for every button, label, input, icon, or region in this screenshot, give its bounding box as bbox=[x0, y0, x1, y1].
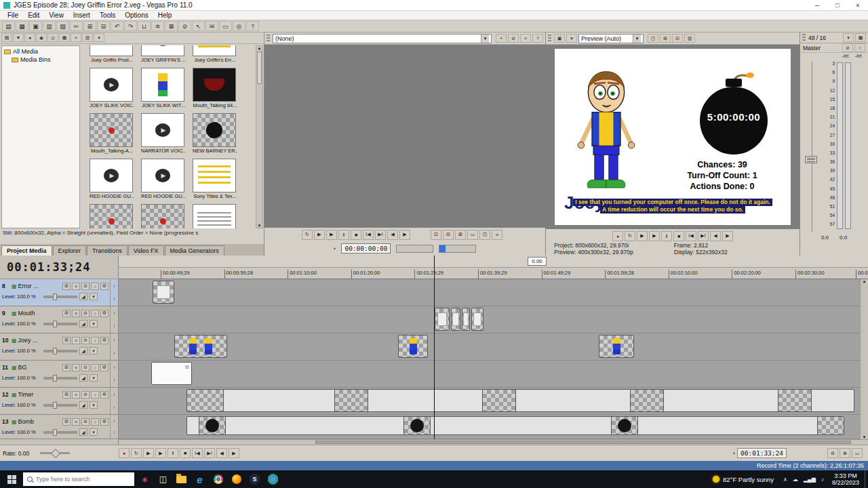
zoom-out-button[interactable]: ⊖ bbox=[827, 448, 838, 458]
ignore-event-grouping-button[interactable]: ⊘ bbox=[178, 21, 191, 31]
track-solo-icon[interactable]: ○ bbox=[91, 391, 99, 399]
close-button[interactable]: × bbox=[848, 0, 868, 11]
get-media-button[interactable]: ◎ bbox=[47, 33, 58, 42]
track-fade-icon[interactable]: ◢ bbox=[79, 401, 87, 409]
media-thumbnail-image[interactable] bbox=[141, 159, 184, 192]
media-thumbnail[interactable]: JOEY SLIKK VOIC... bbox=[90, 68, 134, 109]
zoom-in-button[interactable]: ⊕ bbox=[840, 448, 850, 458]
track-gear-icon[interactable]: ⚙ bbox=[100, 364, 108, 371]
media-thumbnail-image[interactable] bbox=[141, 204, 184, 228]
timeline-clip[interactable] bbox=[451, 308, 460, 331]
slider-thumb[interactable] bbox=[53, 321, 57, 327]
sort-media-button[interactable]: ▥ bbox=[82, 33, 93, 42]
panel-grip[interactable] bbox=[802, 34, 806, 42]
track-motion-icon[interactable]: ⊞ bbox=[62, 337, 71, 344]
track-level-slider[interactable] bbox=[43, 350, 77, 352]
track-name[interactable]: BG bbox=[18, 364, 61, 371]
media-thumbnail[interactable]: RED HOODIE GU... bbox=[141, 159, 186, 200]
normal-edit-tool-button[interactable]: ↖ bbox=[192, 21, 205, 31]
network-icon[interactable]: ▂▄▆ bbox=[804, 476, 816, 483]
cut-button[interactable]: ✂ bbox=[70, 21, 83, 31]
dock-tab[interactable]: Project Media bbox=[1, 245, 52, 256]
loop-region-value[interactable]: 0.00 bbox=[528, 257, 547, 266]
media-thumbnail[interactable]: RED HOODIE GU... bbox=[90, 159, 134, 200]
chevron-down-icon[interactable]: ▾ bbox=[633, 35, 641, 43]
dock-tab[interactable]: Media Generators bbox=[165, 245, 224, 256]
timeline-track-lane[interactable] bbox=[119, 388, 868, 415]
timeline-track-lane[interactable] bbox=[119, 415, 868, 439]
timeline-clip[interactable] bbox=[462, 308, 470, 331]
media-thumbnail[interactable]: JOEY GRIFFIN'S ... bbox=[141, 45, 186, 64]
fx-help-button[interactable]: ? bbox=[532, 34, 543, 43]
lock-envelopes-button[interactable]: ⊠ bbox=[165, 21, 178, 31]
scroll-up-icon[interactable]: ▲ bbox=[863, 279, 867, 283]
task-view-icon[interactable]: ◫ bbox=[154, 470, 172, 488]
timeline-clip[interactable] bbox=[199, 416, 226, 435]
previous-frame-button[interactable]: ◀ bbox=[387, 230, 398, 240]
timeline-clip[interactable] bbox=[817, 416, 844, 435]
panel-grip[interactable] bbox=[267, 35, 270, 43]
track-header[interactable]: 11 ▦ BG ⊞ ≡ ⊘ ○ ⚙ Level: 100.0 % ◢ ▾ bbox=[0, 361, 118, 388]
timeline-clip[interactable] bbox=[482, 389, 516, 412]
next-frame-button[interactable]: ▶ bbox=[399, 230, 410, 240]
loop-playback-button[interactable]: ↻ bbox=[625, 231, 635, 241]
timeline-clip[interactable] bbox=[435, 308, 450, 331]
add-fx-button[interactable]: + bbox=[496, 34, 507, 43]
scrollbar-thumb[interactable] bbox=[257, 52, 262, 84]
go-to-end-button[interactable]: ▶I bbox=[204, 448, 215, 458]
track-mute-icon[interactable]: ⊘ bbox=[81, 310, 90, 317]
media-thumbnail-image[interactable] bbox=[141, 113, 184, 147]
insert-bus-button[interactable]: ▦ bbox=[855, 33, 866, 42]
loop-playback-button[interactable]: ↻ bbox=[131, 448, 142, 458]
media-thumbnail[interactable]: NARRATOR VOIC... bbox=[141, 113, 186, 155]
minimize-button[interactable]: ─ bbox=[807, 0, 827, 11]
pinwheel-app-icon[interactable]: ∗ bbox=[136, 470, 154, 488]
track-fx-icon[interactable]: ≡ bbox=[72, 310, 80, 317]
panel-grip[interactable] bbox=[548, 35, 551, 43]
track-mute-icon[interactable]: ⊘ bbox=[81, 418, 90, 426]
plugin-chain-dropdown[interactable]: (None) ▾ bbox=[273, 34, 492, 43]
slider-thumb[interactable] bbox=[53, 348, 57, 354]
media-thumbnail-image[interactable] bbox=[193, 45, 236, 56]
previous-frame-button[interactable]: ◀ bbox=[216, 448, 227, 458]
edge-browser-icon[interactable]: e bbox=[191, 470, 209, 488]
track-fade-icon[interactable]: ◢ bbox=[79, 374, 87, 382]
start-button[interactable] bbox=[0, 470, 23, 488]
tray-expand-icon[interactable]: ∧ bbox=[783, 476, 787, 483]
track-more-icon[interactable]: ▾ bbox=[90, 428, 98, 436]
media-thumbnail[interactable] bbox=[193, 204, 237, 228]
timeline-clip[interactable] bbox=[471, 308, 484, 331]
chevron-down-icon[interactable]: ▾ bbox=[481, 35, 489, 43]
track-fx-icon[interactable]: ≡ bbox=[72, 364, 80, 371]
track-fx-icon[interactable]: ≡ bbox=[72, 418, 80, 426]
track-motion-icon[interactable]: ⊞ bbox=[62, 283, 71, 290]
fader-handle[interactable] bbox=[805, 156, 817, 163]
track-more-icon[interactable]: ▾ bbox=[90, 320, 98, 327]
track-fade-icon[interactable]: ◢ bbox=[79, 293, 87, 300]
track-gear-icon[interactable]: ⚙ bbox=[100, 418, 108, 426]
track-resize-grip[interactable]: II bbox=[110, 415, 118, 439]
taskbar-search[interactable] bbox=[23, 472, 134, 486]
timeline-clip[interactable] bbox=[599, 335, 634, 358]
timeline-clip[interactable] bbox=[403, 416, 431, 435]
menu-item[interactable]: Insert bbox=[68, 12, 95, 19]
s-app-icon[interactable]: S bbox=[245, 470, 264, 488]
views-button[interactable]: ▾ bbox=[94, 33, 104, 42]
media-thumbnail-image[interactable] bbox=[193, 113, 236, 147]
project-properties-button[interactable]: ▧ bbox=[56, 21, 69, 31]
trimmer-timecode[interactable]: 00:00:00;00 bbox=[341, 243, 391, 253]
go-to-start-button[interactable]: I◀ bbox=[686, 231, 696, 241]
track-fade-icon[interactable]: ◢ bbox=[79, 428, 87, 436]
fx-bypass-button[interactable]: ⊘ bbox=[508, 34, 519, 43]
tray-cloud-icon[interactable]: ☁ bbox=[793, 476, 798, 483]
track-fade-icon[interactable]: ◢ bbox=[79, 320, 87, 327]
zoom-tool-button[interactable]: ▭ bbox=[852, 448, 863, 458]
mixer-views-button[interactable]: ▾ bbox=[843, 33, 854, 42]
timeline-clip[interactable] bbox=[186, 389, 854, 412]
track-gear-icon[interactable]: ⚙ bbox=[100, 283, 108, 290]
device-dropdown-button[interactable]: ▾ bbox=[566, 34, 577, 43]
timeline-vertical-scrollbar[interactable]: ▲ ▼ bbox=[860, 279, 868, 439]
overlay-b-button[interactable]: ⊞ bbox=[455, 230, 466, 240]
selection-length-box[interactable] bbox=[396, 245, 433, 253]
overlay-a-button[interactable]: ⊟ bbox=[443, 230, 454, 240]
